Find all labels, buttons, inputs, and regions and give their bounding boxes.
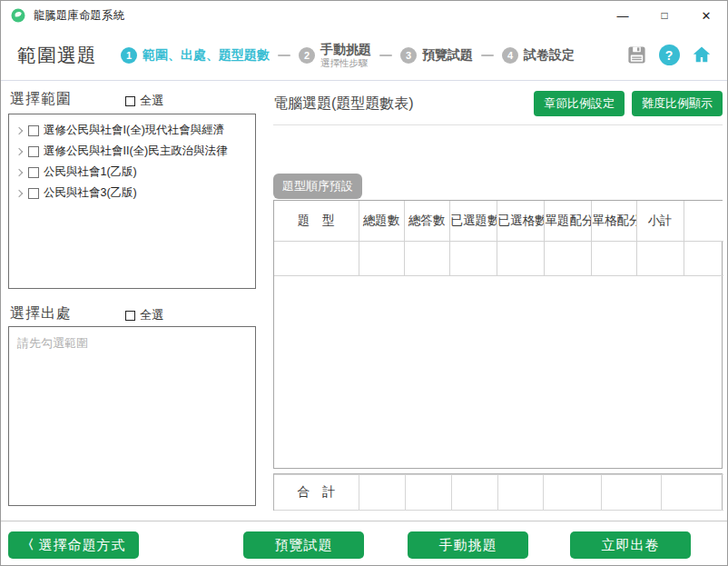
tree-item-book-2[interactable]: 選修公民與社會II(全)民主政治與法律 xyxy=(13,141,251,162)
tree-checkbox[interactable] xyxy=(28,125,39,136)
tree-checkbox[interactable] xyxy=(28,146,39,157)
type-order-preset-button[interactable]: 題型順序預設 xyxy=(273,174,362,199)
help-icon[interactable]: ? xyxy=(658,45,680,66)
generate-paper-button[interactable]: 立即出卷 xyxy=(570,531,691,559)
back-button-label: 選擇命題方式 xyxy=(39,537,126,554)
page-header: 範圍選題 1 範圍、出處、題型題數 2 手動挑題 選擇性步驟 3 預覽試題 4 xyxy=(1,30,727,81)
close-button[interactable]: ✕ xyxy=(685,1,727,30)
step-1-label: 範圍、出處、題型題數 xyxy=(143,47,270,64)
source-placeholder: 請先勾選範圍 xyxy=(17,336,88,350)
range-select-all-label: 全選 xyxy=(140,93,163,109)
step-2-sublabel: 選擇性步驟 xyxy=(320,57,371,68)
panel-title: 電腦選題(題型題數表) xyxy=(273,94,414,114)
preview-questions-button[interactable]: 預覽試題 xyxy=(243,531,364,559)
total-cell-empty xyxy=(543,475,601,511)
minimize-button[interactable]: — xyxy=(602,1,644,30)
chevron-right-icon[interactable] xyxy=(15,147,23,154)
manual-pick-button[interactable]: 手動挑題 xyxy=(408,531,528,559)
table-cell-empty xyxy=(636,241,684,275)
step-3-badge: 3 xyxy=(400,47,417,64)
step-3-preview[interactable]: 3 預覽試題 xyxy=(400,47,473,64)
range-select-all[interactable]: 全選 xyxy=(125,93,163,109)
range-tree: 選修公民與社會I(全)現代社會與經濟 選修公民與社會II(全)民主政治與法律 公… xyxy=(8,114,256,289)
table-cell-empty xyxy=(497,241,544,275)
title-bar: 龍騰題庫命題系統 — □ ✕ xyxy=(1,1,727,30)
step-1-range[interactable]: 1 範圍、出處、題型題數 xyxy=(121,47,270,64)
table-cell-empty xyxy=(359,241,404,275)
app-logo-icon xyxy=(10,7,26,24)
source-select-all[interactable]: 全選 xyxy=(125,307,163,323)
tree-item-label: 公民與社會3(乙版) xyxy=(44,185,137,201)
table-cell-empty xyxy=(274,241,359,275)
save-icon[interactable] xyxy=(625,45,647,66)
range-select-all-checkbox[interactable] xyxy=(125,96,135,106)
tree-item-book-1[interactable]: 選修公民與社會I(全)現代社會與經濟 xyxy=(13,120,251,141)
col-question-type: 題 型 xyxy=(274,201,359,241)
tree-item-label: 公民與社會1(乙版) xyxy=(44,164,137,180)
source-select-all-label: 全選 xyxy=(140,307,163,323)
step-1-badge: 1 xyxy=(121,47,137,64)
question-type-table: 題 型 總題數 總答數 已選題數 已選格數 單題配分 單格配分 小計 xyxy=(273,200,723,469)
chevron-right-icon[interactable] xyxy=(15,126,23,134)
col-points-per-blank: 單格配分 xyxy=(591,201,636,241)
chevron-right-icon[interactable] xyxy=(15,168,23,175)
table-cell-empty xyxy=(684,241,723,275)
window-title: 龍騰題庫命題系統 xyxy=(34,8,124,24)
col-selected-questions: 已選題數 xyxy=(449,201,497,241)
col-extra xyxy=(684,201,723,241)
tree-item-book-4[interactable]: 公民與社會3(乙版) xyxy=(13,183,251,204)
source-select-all-checkbox[interactable] xyxy=(125,311,135,321)
content-area: 選擇範圍 全選 選修公民與社會I(全)現代社會與經濟 選修公民與社會II(全)民… xyxy=(1,81,727,521)
source-list: 請先勾選範圍 xyxy=(8,326,256,506)
col-total-questions: 總題數 xyxy=(359,201,404,241)
total-cell-empty xyxy=(661,475,723,511)
table-row xyxy=(274,241,723,275)
chevron-right-icon[interactable] xyxy=(15,189,23,196)
source-section-title: 選擇出處 xyxy=(10,304,72,323)
tree-item-book-3[interactable]: 公民與社會1(乙版) xyxy=(13,162,251,183)
step-4-label: 試卷設定 xyxy=(524,47,575,64)
step-2-badge: 2 xyxy=(299,47,315,64)
tree-checkbox[interactable] xyxy=(28,167,39,178)
step-4-paper-settings[interactable]: 4 試卷設定 xyxy=(502,47,575,64)
total-cell-empty xyxy=(601,475,661,511)
total-cell-empty xyxy=(405,475,451,511)
table-cell-empty xyxy=(404,241,449,275)
maximize-button[interactable]: □ xyxy=(644,1,685,30)
step-indicator: 1 範圍、出處、題型題數 2 手動挑題 選擇性步驟 3 預覽試題 4 試卷設定 xyxy=(121,42,575,67)
bottom-action-bar: 〈 選擇命題方式 預覽試題 手動挑題 立即出卷 xyxy=(1,521,727,566)
app-window: 龍騰題庫命題系統 — □ ✕ 範圍選題 1 範圍、出處、題型題數 2 手動挑題 … xyxy=(0,0,728,566)
table-cell-empty xyxy=(449,241,497,275)
tree-item-label: 選修公民與社會I(全)現代社會與經濟 xyxy=(44,123,224,138)
step-2-label: 手動挑題 xyxy=(320,42,371,56)
page-title: 範圍選題 xyxy=(17,43,97,68)
tree-item-label: 選修公民與社會II(全)民主政治與法律 xyxy=(44,144,228,159)
total-row-table: 合 計 xyxy=(273,473,723,511)
window-controls: — □ ✕ xyxy=(602,1,727,30)
total-cell-empty xyxy=(359,475,405,511)
col-points-per-question: 單題配分 xyxy=(544,201,591,241)
total-cell-empty xyxy=(497,475,543,511)
table-cell-empty xyxy=(591,241,636,275)
home-icon[interactable] xyxy=(691,45,713,66)
step-divider xyxy=(278,55,290,56)
tree-checkbox[interactable] xyxy=(28,188,39,199)
total-label-cell: 合 計 xyxy=(274,475,359,511)
col-subtotal: 小計 xyxy=(636,201,684,241)
step-divider xyxy=(379,55,392,56)
header-icons: ? xyxy=(625,45,713,66)
range-section-title: 選擇範圍 xyxy=(10,90,72,109)
panel-divider xyxy=(273,124,723,125)
col-total-answers: 總答數 xyxy=(404,201,449,241)
step-divider xyxy=(481,55,494,56)
chapter-ratio-button[interactable]: 章節比例設定 xyxy=(534,91,625,116)
back-to-mode-button[interactable]: 〈 選擇命題方式 xyxy=(8,531,139,559)
help-glyph: ? xyxy=(659,45,680,65)
step-4-badge: 4 xyxy=(502,47,518,64)
difficulty-ratio-button[interactable]: 難度比例顯示 xyxy=(632,91,723,116)
table-cell-empty xyxy=(544,241,591,275)
back-chevron-icon: 〈 xyxy=(22,537,35,553)
step-2-manual-pick[interactable]: 2 手動挑題 選擇性步驟 xyxy=(299,42,371,67)
table-header-row: 題 型 總題數 總答數 已選題數 已選格數 單題配分 單格配分 小計 xyxy=(274,201,723,241)
computer-selection-panel: 電腦選題(題型題數表) 章節比例設定 難度比例顯示 題型順序預設 題 型 xyxy=(273,81,723,521)
